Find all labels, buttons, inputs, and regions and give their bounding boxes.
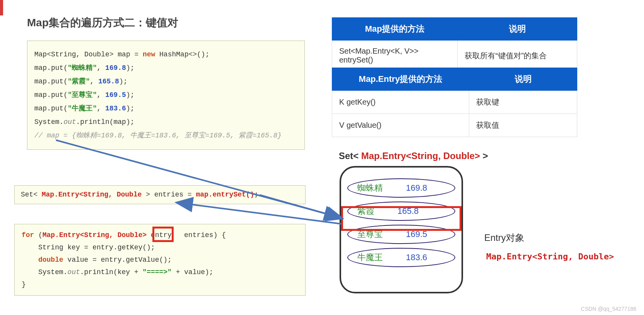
code-token: ); [126, 64, 135, 72]
table-entry-methods: Map.Entry提供的方法 说明 K getKey() 获取键 V getVa… [332, 68, 577, 137]
code-token: for [22, 231, 34, 239]
code-token: Map<String, Double> map = [34, 51, 143, 58]
code-token: map.put( [34, 78, 68, 85]
entry-key: 至尊宝 [357, 229, 383, 240]
code-token: double [38, 256, 63, 264]
td: Set<Map.Entry<K, V>> entrySet() [332, 41, 458, 71]
td: 获取值 [469, 114, 577, 137]
entry-ellipse: 至尊宝169.5 [347, 225, 455, 244]
code-token: 183.6 [105, 105, 126, 112]
code-token: map.put( [34, 105, 68, 112]
entry-object-label: Entry对象 [484, 232, 524, 244]
code-token: "牛魔王" [68, 105, 97, 112]
entry-key: 蜘蛛精 [357, 182, 383, 194]
code-token: ( [34, 231, 42, 239]
code-token: Map.Entry<String, Double> [42, 231, 147, 239]
code-token: System. [22, 268, 68, 276]
code-token: 169.8 [105, 64, 126, 72]
th: 说明 [469, 68, 577, 91]
entry-value: 169.5 [406, 229, 427, 239]
code-token: , [90, 78, 98, 85]
set-bag: 蜘蛛精169.8紫霞165.8至尊宝169.5牛魔王183.6 [340, 166, 463, 293]
table-map-methods: Map提供的方法 说明 Set<Map.Entry<K, V>> entrySe… [332, 17, 577, 71]
code-token: System. [34, 118, 64, 126]
code-token: , [97, 105, 105, 112]
entry-ellipse: 紫霞165.8 [347, 202, 455, 221]
td: V getValue() [332, 114, 469, 137]
code-token: ); [119, 78, 128, 85]
code-token: + value); [172, 268, 213, 276]
watermark: CSDN @qq_54277186 [581, 306, 636, 312]
code-block-3: for (Map.Entry<String, Double> entry ent… [14, 224, 306, 296]
set-title-generic: Map.Entry<String, Double> [361, 151, 480, 161]
td: K getKey() [332, 91, 469, 114]
code-token: > entries = [142, 191, 196, 198]
td: 获取所有“键值对”的集合 [458, 41, 577, 71]
entry-ellipse: 牛魔王183.6 [347, 248, 455, 267]
code-token: 169.5 [105, 91, 126, 99]
code-block-1: Map<String, Double> map = new HashMap<>(… [27, 41, 305, 150]
svg-line-2 [177, 203, 341, 224]
entry-value: 165.8 [397, 206, 419, 216]
code-token: map.put( [34, 64, 68, 72]
code-token: map.entrySet() [196, 191, 254, 198]
svg-line-0 [56, 140, 340, 217]
code-token: .println(key + [80, 268, 142, 276]
entry-ellipse: 蜘蛛精169.8 [347, 178, 455, 198]
th: 说明 [458, 18, 577, 41]
set-title-suffix: > [480, 151, 488, 161]
code-token: entry entries) { [147, 231, 226, 239]
code-token: map.put( [34, 91, 68, 99]
td: 获取键 [469, 91, 577, 114]
code-token: "====>" [142, 268, 172, 276]
code-token: , [97, 64, 105, 72]
code-token [22, 256, 38, 264]
th: Map提供的方法 [332, 18, 458, 41]
th: Map.Entry提供的方法 [332, 68, 469, 91]
code-token: String key = entry.getKey(); [22, 244, 155, 251]
code-token: , [97, 91, 105, 99]
code-token: .println(map); [76, 118, 134, 126]
code-token: Map.Entry<String, Double [42, 191, 142, 198]
code-token: Set< [21, 191, 42, 198]
code-token: "紫霞" [68, 78, 90, 85]
code-token: ); [126, 105, 135, 112]
code-token: // map = {蜘蛛精=169.8, 牛魔王=183.6, 至尊宝=169.… [34, 132, 282, 139]
page-title: Map集合的遍历方式二：键值对 [27, 15, 178, 30]
entry-key: 紫霞 [357, 205, 374, 217]
set-title: Set< Map.Entry<String, Double> > [339, 151, 488, 161]
code-token: new [143, 51, 155, 58]
code-token: "蜘蛛精" [68, 64, 97, 72]
code-token: out [68, 268, 80, 276]
code-token: ); [126, 91, 135, 99]
set-title-prefix: Set< [339, 151, 361, 161]
code-token: "至尊宝" [68, 91, 97, 99]
code-token: HashMap<>(); [155, 51, 209, 58]
entry-value: 169.8 [406, 183, 427, 193]
code-token: ; [254, 191, 259, 198]
accent-bar [0, 0, 3, 15]
entry-key: 牛魔王 [357, 252, 383, 263]
code-token: 165.8 [98, 78, 119, 85]
code-token: value = entry.getValue(); [63, 256, 172, 264]
entry-value: 183.6 [406, 252, 427, 262]
code-token: } [22, 281, 26, 288]
entry-object-type: Map.Entry<String, Double> [486, 252, 614, 261]
code-token: out [64, 118, 76, 126]
code-block-2: Set< Map.Entry<String, Double > entries … [14, 185, 306, 204]
